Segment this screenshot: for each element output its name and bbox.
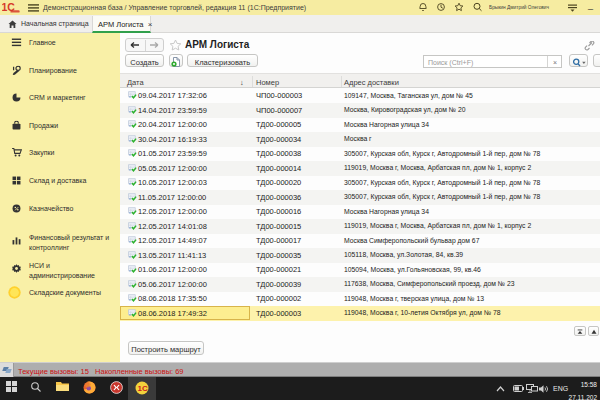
svg-text:1С: 1С — [138, 384, 148, 393]
